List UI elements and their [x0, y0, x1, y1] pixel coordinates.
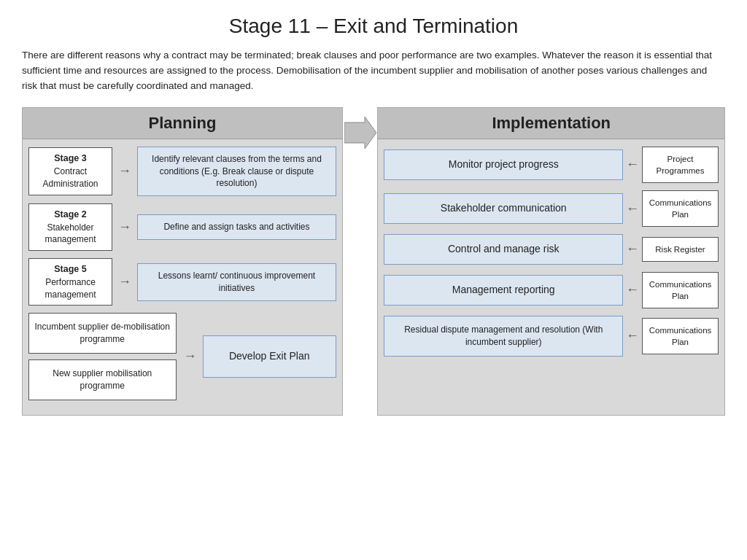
stage-desc: Stakeholder management — [44, 222, 96, 245]
arrow-right-icon: → — [184, 349, 197, 364]
planning-to-impl-arrow — [343, 107, 378, 416]
ref-box: Communications Plan — [642, 272, 719, 308]
impl-box: Control and manage risk — [384, 234, 623, 265]
svg-marker-0 — [344, 117, 376, 149]
ref-box: Communications Plan — [642, 190, 719, 227]
stage-desc: Contract Administration — [42, 166, 98, 189]
implementation-section: Implementation Monitor project progress … — [377, 107, 725, 416]
plan-row: Stage 5 Performance management → Lessons… — [28, 258, 336, 306]
supplier-box: New supplier mobilisation programme — [28, 359, 177, 400]
ref-box: Risk Register — [642, 237, 719, 262]
impl-row: Control and manage risk ← Risk Register — [384, 234, 719, 265]
impl-row: Monitor project progress ← Project Progr… — [384, 147, 719, 183]
impl-box: Management reporting — [384, 275, 623, 306]
task-box: Lessons learnt/ continuous improvement i… — [137, 263, 336, 301]
exit-plan-area: → Develop Exit Plan — [182, 313, 336, 400]
stage-box: Stage 5 Performance management — [28, 258, 112, 306]
arrow-left-icon: ← — [626, 282, 639, 298]
page-title: Stage 11 – Exit and Termination — [22, 15, 725, 38]
arrow-left-icon: ← — [626, 328, 639, 343]
implementation-content: Monitor project progress ← Project Progr… — [378, 139, 724, 371]
impl-box: Residual dispute management and resoluti… — [384, 316, 623, 357]
diagram: Planning Stage 3 Contract Administration… — [22, 107, 725, 416]
ref-box: Communications Plan — [642, 318, 719, 354]
stage-label: Stage 5 — [32, 263, 109, 276]
arrow-left-icon: ← — [626, 201, 639, 217]
impl-box: Stakeholder communication — [384, 193, 623, 224]
plan-row: Stage 2 Stakeholder management → Define … — [28, 203, 336, 251]
task-box: Identify relevant clauses from the terms… — [137, 147, 336, 196]
stage-box: Stage 2 Stakeholder management — [28, 203, 112, 251]
supplier-box: Incumbent supplier de-mobilisation progr… — [28, 313, 177, 354]
intro-text: There are different reasons why a contra… — [22, 48, 725, 94]
planning-section: Planning Stage 3 Contract Administration… — [22, 107, 343, 416]
task-box: Define and assign tasks and activities — [137, 214, 336, 240]
stage-label: Stage 2 — [32, 209, 109, 222]
plan-row: Stage 3 Contract Administration → Identi… — [28, 147, 336, 196]
ref-box: Project Programmes — [642, 147, 719, 183]
arrow-left-icon: ← — [626, 157, 639, 172]
stage-box: Stage 3 Contract Administration — [28, 147, 112, 195]
stage-label: Stage 3 — [32, 152, 109, 166]
impl-row: Residual dispute management and resoluti… — [384, 316, 719, 357]
implementation-header: Implementation — [378, 108, 724, 139]
planning-content: Stage 3 Contract Administration → Identi… — [23, 139, 342, 408]
arrow-right-icon: → — [118, 219, 131, 235]
arrow-left-icon: ← — [626, 241, 639, 257]
impl-box: Monitor project progress — [384, 149, 623, 180]
arrow-right-icon: → — [118, 274, 131, 289]
arrow-right-icon: → — [118, 163, 131, 179]
impl-row: Stakeholder communication ← Communicatio… — [384, 190, 719, 227]
supplier-boxes: Incumbent supplier de-mobilisation progr… — [28, 313, 177, 400]
plan-bottom: Incumbent supplier de-mobilisation progr… — [28, 313, 336, 400]
stage-desc: Performance management — [44, 277, 96, 300]
exit-plan-box: Develop Exit Plan — [203, 335, 336, 378]
planning-header: Planning — [23, 108, 342, 139]
impl-row: Management reporting ← Communications Pl… — [384, 272, 719, 308]
